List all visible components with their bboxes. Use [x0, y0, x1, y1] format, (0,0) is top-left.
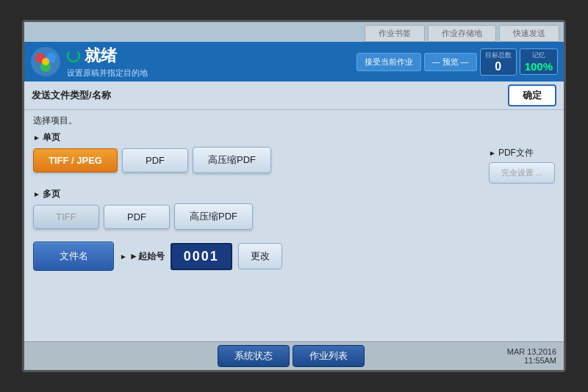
high-compress-pdf-single-button[interactable]: 高压缩PDF	[193, 147, 271, 173]
memory-indicator: 记忆 100%	[520, 48, 558, 75]
pdf-file-label: PDF文件	[489, 147, 555, 159]
header-bar: 就绪 设置原稿并指定目的地 接受当前作业 — 预览 — 目标总数 0 记忆 10…	[24, 42, 564, 81]
memory-value: 100%	[525, 60, 553, 73]
bottom-section: 文件名 ►起始号 0001 更改	[33, 237, 555, 275]
header-subtitle: 设置原稿并指定目的地	[67, 68, 351, 79]
footer-datetime: MAR 13,2016 11:55AM	[507, 347, 556, 365]
tiff-jpeg-button[interactable]: TIFF / JPEG	[33, 148, 118, 173]
multi-page-buttons: TIFF PDF 高压缩PDF	[33, 203, 555, 230]
change-button[interactable]: 更改	[238, 243, 282, 269]
target-counter: 目标总数 0	[480, 48, 517, 76]
tab-bookmark[interactable]: 作业书签	[365, 25, 425, 42]
single-page-label: 单页	[33, 131, 555, 144]
footer-bar: 系统状态 作业列表 MAR 13,2016 11:55AM	[24, 341, 564, 370]
instruction-text: 选择项目。	[33, 115, 555, 127]
content-area: 选择项目。 单页 TIFF / JPEG PDF 高压缩PDF PDF文件 完全…	[24, 110, 564, 341]
top-tab-bar: 作业书签 作业存储地 快速发送	[24, 22, 564, 42]
single-page-buttons: TIFF / JPEG PDF 高压缩PDF	[33, 147, 271, 173]
high-compress-pdf-multi-button[interactable]: 高压缩PDF	[174, 203, 253, 230]
svg-point-4	[42, 58, 49, 65]
sub-header-title: 发送文件类型/名称	[32, 89, 111, 102]
filename-button[interactable]: 文件名	[33, 242, 114, 271]
tiff-multi-button[interactable]: TIFF	[33, 205, 99, 229]
logo-icon	[30, 46, 61, 77]
header-buttons: 接受当前作业 — 预览 — 目标总数 0 记忆 100%	[356, 48, 559, 76]
sub-header: 发送文件类型/名称 确定	[24, 81, 564, 110]
footer-buttons: 系统状态 作业列表	[76, 345, 507, 367]
tab-storage[interactable]: 作业存储地	[428, 25, 496, 42]
pdf-multi-button[interactable]: PDF	[104, 205, 170, 229]
tab-quick-send[interactable]: 快速发送	[499, 25, 559, 42]
main-screen: 作业书签 作业存储地 快速发送 就绪	[22, 20, 566, 372]
multi-page-label: 多页	[33, 188, 555, 200]
start-num-label: ►起始号	[120, 250, 165, 263]
start-number-display: 0001	[171, 243, 232, 270]
counter-label: 目标总数	[485, 51, 512, 60]
pdf-setting-button[interactable]: 完全设置 ...	[489, 162, 555, 184]
pdf-file-section: PDF文件 完全设置 ...	[489, 147, 555, 184]
header-status: 就绪 设置原稿并指定目的地	[67, 45, 351, 79]
preview-button[interactable]: — 预览 —	[424, 53, 477, 71]
sys-status-button[interactable]: 系统状态	[218, 345, 290, 367]
pdf-single-button[interactable]: PDF	[122, 148, 188, 173]
header-title: 就绪	[85, 45, 117, 67]
confirm-button[interactable]: 确定	[508, 84, 556, 106]
spinner-icon	[67, 49, 80, 62]
job-list-button[interactable]: 作业列表	[293, 345, 365, 367]
current-job-button[interactable]: 接受当前作业	[356, 53, 421, 71]
counter-value: 0	[485, 60, 512, 73]
single-page-row: TIFF / JPEG PDF 高压缩PDF PDF文件 完全设置 ...	[33, 147, 555, 184]
memory-label: 记忆	[525, 51, 553, 60]
